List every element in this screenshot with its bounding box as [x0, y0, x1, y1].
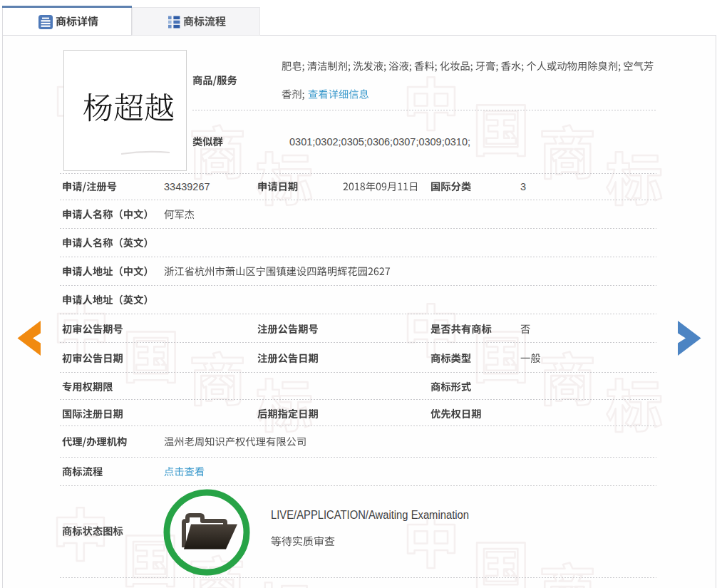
- svg-text:LIVE/APPLICATION/Awaiting Exam: LIVE/APPLICATION/Awaiting Examination: [271, 509, 469, 521]
- svg-text:33439267: 33439267: [164, 181, 210, 192]
- svg-text:3: 3: [520, 181, 526, 192]
- svg-text:0301;0302;0305;0306;0307;0309;: 0301;0302;0305;0306;0307;0309;0310;: [289, 136, 470, 148]
